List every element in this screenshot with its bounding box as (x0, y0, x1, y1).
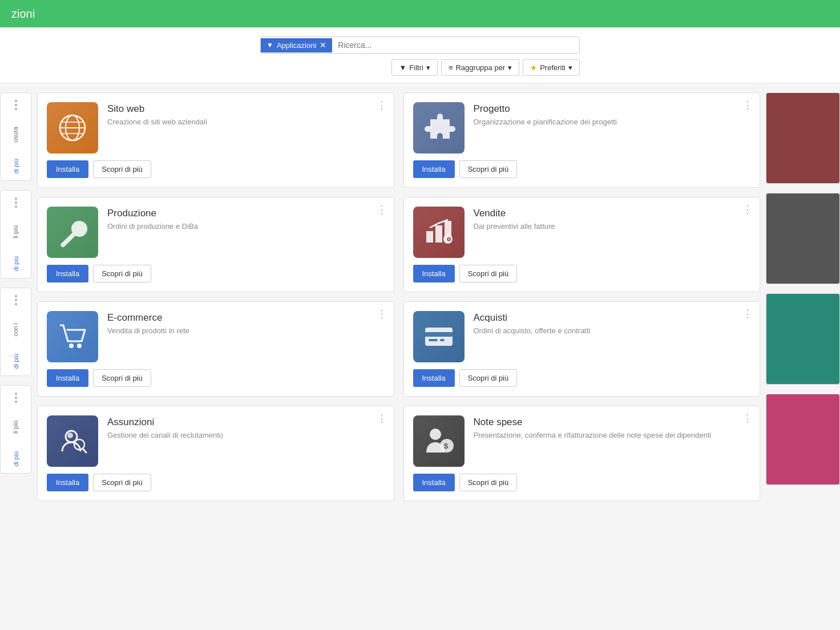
acquisti-info: Acquisti Ordini di acquisto, offerte e c… (474, 311, 751, 362)
svg-rect-14 (429, 339, 438, 341)
vendite-learn-btn[interactable]: Scopri di più (459, 265, 518, 282)
left-link-0[interactable]: di più (13, 159, 19, 173)
produzione-info: Produzione Ordini di produzione e DiBa (107, 207, 385, 258)
assunzioni-learn-btn[interactable]: Scopri di più (93, 474, 151, 491)
cart-svg (55, 320, 90, 354)
acquisti-learn-btn[interactable]: Scopri di più (459, 369, 518, 387)
dots-1 (15, 197, 17, 208)
left-link-1[interactable]: di più (13, 256, 19, 271)
filter-funnel-icon: ▼ (399, 63, 406, 72)
left-text-0: usura (11, 127, 19, 143)
acquisti-icon (413, 311, 465, 362)
assunzioni-install-btn[interactable]: Installa (47, 474, 88, 491)
acquisti-name: Acquisti (474, 312, 751, 324)
produzione-learn-btn[interactable]: Scopri di più (93, 265, 151, 282)
assunzioni-desc: Gestione dei canali di reclutamento (107, 430, 385, 441)
ecommerce-desc: Vendita di prodotti in rete (107, 326, 385, 336)
sito-web-install-btn[interactable]: Installa (47, 160, 88, 178)
left-link-2[interactable]: di più (13, 354, 19, 369)
card-header-assunzioni: Assunzioni Gestione dei canali di reclut… (47, 415, 385, 467)
left-text-2: con i (11, 323, 19, 336)
note-spese-icon: $ (413, 415, 465, 467)
svg-line-19 (83, 449, 86, 453)
favorites-dropdown-icon: ▾ (568, 63, 572, 72)
progetto-name: Progetto (474, 103, 751, 115)
search-area: ▼ Applicazioni ✕ ▼ Filtri ▾ ≡ Raggruppa … (0, 27, 840, 83)
card-header-acquisti: Acquisti Ordini di acquisto, offerte e c… (413, 311, 751, 362)
note-spese-info: Note spese Presentazione, conferma e rif… (474, 415, 751, 467)
left-text-1: li più (11, 225, 19, 239)
group-by-button[interactable]: ≡ Raggruppa per ▾ (441, 59, 519, 76)
svg-point-17 (67, 433, 73, 438)
search-input[interactable] (332, 37, 579, 53)
search-bar: ▼ Applicazioni ✕ (260, 37, 580, 54)
vendite-install-btn[interactable]: Installa (413, 265, 455, 282)
left-partial-card-1: li più di più (0, 190, 31, 278)
left-link-3[interactable]: di più (13, 451, 19, 466)
left-partial-card-3: li più di più (0, 385, 31, 474)
note-spese-learn-btn[interactable]: Scopri di più (459, 474, 518, 491)
favorites-label: Preferiti (540, 63, 566, 72)
ecommerce-install-btn[interactable]: Installa (47, 369, 88, 387)
ecommerce-icon (47, 311, 98, 362)
search-person-svg (55, 424, 90, 458)
assunzioni-info: Assunzioni Gestione dei canali di reclut… (107, 415, 385, 467)
filter-row: ▼ Filtri ▾ ≡ Raggruppa per ▾ ★ Preferiti… (260, 59, 580, 76)
produzione-actions: Installa Scopri di più (47, 265, 385, 282)
group-icon: ≡ (449, 63, 453, 72)
svg-point-11 (77, 344, 82, 348)
produzione-desc: Ordini di produzione e DiBa (107, 221, 385, 232)
ecommerce-learn-btn[interactable]: Scopri di più (93, 369, 151, 387)
progetto-learn-btn[interactable]: Scopri di più (459, 160, 518, 178)
filters-button[interactable]: ▼ Filtri ▾ (391, 59, 437, 76)
sito-web-learn-btn[interactable]: Scopri di più (93, 160, 151, 178)
dots-0 (15, 100, 17, 110)
favorites-button[interactable]: ★ Preferiti ▾ (523, 59, 580, 76)
app-card-ecommerce: ⋮ E-commerce Vendita di prodotti in rete… (37, 301, 394, 397)
svg-text:⚙: ⚙ (446, 236, 451, 243)
card-menu-assunzioni[interactable]: ⋮ (377, 413, 387, 423)
right-partial-card-3 (766, 394, 840, 485)
sito-web-icon (47, 102, 98, 154)
right-partial-card-2 (766, 293, 840, 385)
vendite-info: Vendite Dai preventivi alle fatture (474, 207, 751, 258)
card-menu-vendite[interactable]: ⋮ (742, 204, 753, 215)
right-partial-card-0 (766, 92, 840, 184)
acquisti-install-btn[interactable]: Installa (413, 369, 455, 387)
acquisti-desc: Ordini di acquisto, offerte e contratti (474, 326, 751, 336)
svg-rect-15 (440, 339, 445, 341)
vendite-name: Vendite (474, 208, 751, 219)
progetto-desc: Organizzazione e pianificazione dei prog… (474, 117, 751, 127)
app-card-vendite: ⋮ ⚙ Vendite Dai preventivi alle fatture (403, 197, 761, 292)
card-header-ecommerce: E-commerce Vendita di prodotti in rete (47, 311, 385, 362)
filters-dropdown-icon: ▾ (426, 63, 430, 72)
left-text-3: li più (11, 421, 19, 434)
svg-rect-5 (426, 231, 433, 243)
ecommerce-actions: Installa Scopri di più (47, 369, 385, 387)
card-header-progetto: Progetto Organizzazione e pianificazione… (413, 102, 751, 154)
produzione-icon (47, 207, 98, 258)
progetto-install-btn[interactable]: Installa (413, 160, 455, 178)
card-menu-note-spese[interactable]: ⋮ (742, 413, 753, 423)
close-filter-icon[interactable]: ✕ (320, 41, 326, 49)
globe-svg (55, 111, 90, 145)
svg-point-20 (430, 429, 441, 440)
assunzioni-name: Assunzioni (107, 417, 385, 428)
app-card-note-spese: ⋮ $ Note spese Presentazione, conferma e… (403, 406, 761, 501)
card-menu-ecommerce[interactable]: ⋮ (377, 309, 387, 319)
sito-web-info: Sito web Creazione di siti web aziendali (107, 102, 385, 154)
filter-tag[interactable]: ▼ Applicazioni ✕ (261, 38, 332, 52)
card-header-vendite: ⚙ Vendite Dai preventivi alle fatture (413, 207, 751, 258)
produzione-install-btn[interactable]: Installa (47, 265, 88, 282)
card-menu-acquisti[interactable]: ⋮ (742, 309, 753, 319)
card-menu-sito-web[interactable]: ⋮ (377, 100, 387, 110)
chart-svg: ⚙ (422, 215, 456, 249)
filters-label: Filtri (409, 63, 423, 72)
app-card-sito-web: ⋮ Sito web Creazione di siti web azienda… (37, 92, 394, 188)
svg-rect-13 (425, 332, 453, 337)
card-menu-produzione[interactable]: ⋮ (377, 204, 387, 215)
star-icon: ★ (530, 63, 537, 72)
card-menu-progetto[interactable]: ⋮ (742, 100, 753, 110)
card-header-note-spese: $ Note spese Presentazione, conferma e r… (413, 415, 751, 467)
note-spese-install-btn[interactable]: Installa (413, 474, 455, 491)
